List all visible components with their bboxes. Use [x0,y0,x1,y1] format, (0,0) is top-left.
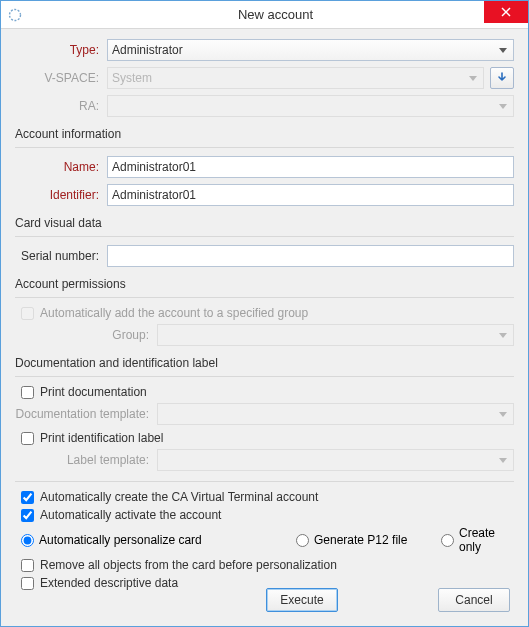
type-label: Type: [15,43,107,57]
svg-point-0 [10,9,21,20]
section-card-visual: Card visual data [15,216,514,230]
name-input[interactable] [107,156,514,178]
close-button[interactable] [484,1,528,23]
ra-select [107,95,514,117]
ra-label: RA: [15,99,107,113]
section-permissions: Account permissions [15,277,514,291]
divider [15,236,514,237]
group-label: Group: [15,328,157,342]
divider [15,376,514,377]
vspace-select: System [107,67,484,89]
auto-activate-checkbox[interactable] [21,509,34,522]
create-only-label: Create only [459,526,514,554]
ext-desc-checkbox[interactable] [21,577,34,590]
label-template-select [157,449,514,471]
cancel-button-label: Cancel [455,593,492,607]
divider [15,481,514,482]
serial-label: Serial number: [15,249,107,263]
close-icon [501,7,511,17]
type-select[interactable]: Administrator [107,39,514,61]
divider [15,147,514,148]
serial-input[interactable] [107,245,514,267]
name-label: Name: [15,160,107,174]
vspace-refresh-button[interactable] [490,67,514,89]
ext-desc-label: Extended descriptive data [40,576,178,590]
group-select [157,324,514,346]
print-id-label: Print identification label [40,431,163,445]
create-only-radio[interactable] [441,534,454,547]
identifier-input[interactable] [107,184,514,206]
auto-activate-label: Automatically activate the account [40,508,221,522]
divider [15,297,514,298]
print-doc-label: Print documentation [40,385,147,399]
gen-p12-radio[interactable] [296,534,309,547]
auto-create-vt-checkbox[interactable] [21,491,34,504]
auto-create-vt-label: Automatically create the CA Virtual Term… [40,490,318,504]
auto-group-label: Automatically add the account to a speci… [40,306,308,320]
personalize-radio[interactable] [21,534,34,547]
download-arrow-icon [496,72,508,84]
print-id-checkbox[interactable] [21,432,34,445]
section-account-info: Account information [15,127,514,141]
doc-template-label: Documentation template: [15,407,157,421]
execute-button[interactable]: Execute [266,588,338,612]
remove-objects-checkbox[interactable] [21,559,34,572]
label-template-label: Label template: [15,453,157,467]
app-icon [7,7,23,23]
identifier-label: Identifier: [15,188,107,202]
auto-group-checkbox [21,307,34,320]
gen-p12-label: Generate P12 file [314,533,407,547]
cancel-button[interactable]: Cancel [438,588,510,612]
vspace-label: V-SPACE: [15,71,107,85]
window-title: New account [23,7,528,22]
execute-button-label: Execute [280,593,323,607]
section-doc: Documentation and identification label [15,356,514,370]
doc-template-select [157,403,514,425]
remove-objects-label: Remove all objects from the card before … [40,558,337,572]
print-doc-checkbox[interactable] [21,386,34,399]
personalize-label: Automatically personalize card [39,533,202,547]
title-bar: New account [1,1,528,29]
